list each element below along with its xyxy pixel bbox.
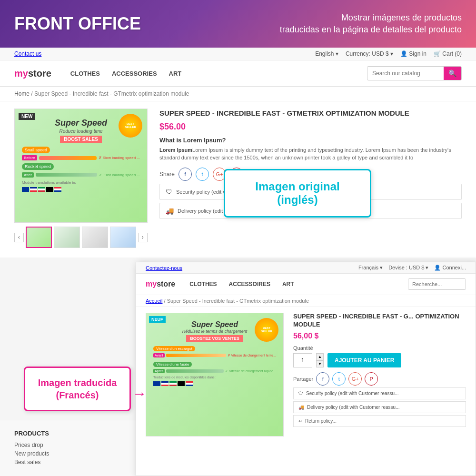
french-search-box bbox=[408, 278, 466, 290]
french-delivery-policy: 🚚 Delivery policy (edit with Customer re… bbox=[293, 401, 466, 413]
best-seller-ribbon: BESTSELLER bbox=[119, 114, 142, 138]
best-sales-link[interactable]: Best sales bbox=[14, 459, 40, 466]
french-product-details: SUPER SPEED - INCREDIBLE FAST - G... OPT… bbox=[293, 313, 466, 436]
thumb-2[interactable] bbox=[54, 227, 80, 248]
twitter-share[interactable]: t bbox=[196, 168, 209, 181]
french-contact[interactable]: Contactez-nous bbox=[146, 265, 182, 271]
french-nav-links: CLOTHES ACCESSOIRES ART bbox=[189, 281, 294, 288]
list-item: Prices drop bbox=[14, 441, 121, 449]
cart-link[interactable]: 🛒 Cart (0) bbox=[434, 50, 462, 57]
qty-input[interactable] bbox=[293, 353, 312, 367]
french-shield-icon: 🛡 bbox=[298, 391, 303, 396]
callout-original: Imagen original (inglés) bbox=[224, 169, 371, 218]
quantite-row: ▲ ▼ AJOUTER AU PANIER bbox=[293, 353, 466, 367]
search-input[interactable] bbox=[367, 67, 444, 79]
breadcrumb-home[interactable]: Home bbox=[14, 90, 30, 97]
main-product-image: NEW BESTSELLER Super Speed Reduce loadin… bbox=[14, 109, 148, 223]
arrow-right-icon: → bbox=[132, 386, 147, 402]
neuf-badge: NEUF bbox=[149, 316, 166, 323]
nav-art[interactable]: ART bbox=[169, 70, 182, 77]
nav-links: CLOTHES ACCESSORIES ART bbox=[70, 70, 181, 77]
thumb-3[interactable] bbox=[82, 227, 108, 248]
french-search-input[interactable] bbox=[408, 279, 466, 289]
french-return-policy: ↩ Return policy... bbox=[293, 415, 466, 427]
store-logo: mystore bbox=[14, 68, 51, 79]
thumb-1[interactable] bbox=[26, 227, 52, 248]
breadcrumb-product: Super Speed - Incredible fast - GTmetrix… bbox=[34, 90, 189, 97]
thumb-next[interactable]: › bbox=[138, 233, 148, 242]
lorem-text: Lorem IpsumLorem Ipsum is simply dummy t… bbox=[159, 146, 462, 162]
french-share-label: Partager bbox=[293, 376, 313, 382]
french-nav-accessories[interactable]: ACCESSOIRES bbox=[229, 281, 270, 288]
french-top-bar: Contactez-nous Français ▾ Devise : USD $… bbox=[136, 262, 476, 274]
add-to-cart-button[interactable]: AJOUTER AU PANIER bbox=[327, 353, 401, 367]
french-return-icon: ↩ bbox=[298, 418, 302, 424]
prices-drop-link[interactable]: Prices drop bbox=[14, 442, 43, 448]
products-footer-title: PRODUCTS bbox=[14, 430, 121, 437]
what-is-heading: What is Lorem Ipsum? bbox=[159, 137, 462, 144]
nav-bar: mystore CLOTHES ACCESSORIES ART 🔍 bbox=[0, 60, 476, 86]
flag-row bbox=[22, 187, 140, 192]
french-currency: Devise : USD $ ▾ bbox=[388, 265, 428, 271]
french-fb-share[interactable]: f bbox=[316, 372, 329, 386]
french-breadcrumb-product: Super Speed - Incredible fast - GTmetrix… bbox=[167, 298, 309, 304]
top-bar: Contact us English ▾ Currency: USD $ ▾ 👤… bbox=[0, 48, 476, 60]
french-breadcrumb-home[interactable]: Accueil bbox=[146, 298, 162, 304]
new-badge: NEW bbox=[19, 113, 35, 120]
top-bar-right: English ▾ Currency: USD $ ▾ 👤 Sign in 🛒 … bbox=[315, 50, 462, 57]
french-flag-row bbox=[153, 381, 276, 386]
truck-icon: 🚚 bbox=[166, 207, 174, 215]
qty-down[interactable]: ▼ bbox=[316, 360, 324, 367]
qty-arrows: ▲ ▼ bbox=[316, 353, 324, 367]
nav-clothes[interactable]: CLOTHES bbox=[70, 70, 100, 77]
banner: FRONT OFFICE Mostrar imágenes de product… bbox=[0, 0, 476, 48]
english-store: Contact us English ▾ Currency: USD $ ▾ 👤… bbox=[0, 48, 476, 87]
search-button[interactable]: 🔍 bbox=[444, 67, 461, 80]
signin-link[interactable]: 👤 Sign in bbox=[400, 50, 426, 57]
french-connexion[interactable]: 👤 Connexi... bbox=[434, 265, 466, 271]
shield-icon: 🛡 bbox=[166, 188, 172, 196]
callout-translated: Imagen traducida (Francés) bbox=[24, 367, 131, 411]
french-nav-art[interactable]: ART bbox=[282, 281, 294, 288]
french-pi-share[interactable]: P bbox=[365, 372, 378, 386]
french-breadcrumb: Accueil / Super Speed - Incredible fast … bbox=[136, 295, 476, 307]
french-truck-icon: 🚚 bbox=[298, 405, 304, 410]
nav-accessories[interactable]: ACCESSORIES bbox=[112, 70, 157, 77]
french-store-logo: mystore bbox=[146, 280, 175, 288]
thumb-prev[interactable]: ‹ bbox=[14, 233, 24, 242]
product-price: $56.00 bbox=[159, 122, 462, 132]
product-title: SUPER SPEED - INCREDIBLE FAST - GTMETRIX… bbox=[159, 109, 462, 118]
facebook-share[interactable]: f bbox=[178, 168, 192, 181]
list-item: Best sales bbox=[14, 458, 121, 466]
french-nav-clothes[interactable]: CLOTHES bbox=[189, 281, 217, 288]
breadcrumb: Home / Super Speed - Incredible fast - G… bbox=[0, 87, 476, 101]
french-store: Contactez-nous Français ▾ Devise : USD $… bbox=[136, 262, 476, 476]
products-footer: PRODUCTS Prices drop New products Best s… bbox=[0, 420, 136, 476]
thumbnail-row: ‹ › bbox=[14, 227, 148, 248]
new-products-link[interactable]: New products bbox=[14, 450, 49, 457]
quantite-label: Quantité bbox=[293, 345, 466, 351]
search-box: 🔍 bbox=[367, 66, 462, 80]
currency-display: Currency: USD $ ▾ bbox=[346, 50, 393, 57]
qty-up[interactable]: ▲ bbox=[316, 353, 324, 360]
french-security-policy: 🛡 Security policy (edit with Customer re… bbox=[293, 387, 466, 399]
french-nav-bar: mystore CLOTHES ACCESSOIRES ART bbox=[136, 274, 476, 295]
product-images: NEW BESTSELLER Super Speed Reduce loadin… bbox=[14, 109, 148, 248]
french-product-image: NEUF BESTSELLER Super Speed Réduisez le … bbox=[146, 313, 284, 436]
french-product-title: SUPER SPEED - INCREDIBLE FAST - G... OPT… bbox=[293, 313, 466, 329]
french-product-price: 56,00 $ bbox=[293, 332, 466, 340]
french-language[interactable]: Français ▾ bbox=[358, 265, 383, 271]
french-best-seller: BESTSELLER bbox=[255, 318, 278, 342]
list-item: New products bbox=[14, 449, 121, 458]
thumb-4[interactable] bbox=[110, 227, 136, 248]
footer-product-list: Prices drop New products Best sales bbox=[14, 441, 121, 466]
french-gp-share[interactable]: G+ bbox=[348, 372, 362, 386]
contact-link[interactable]: Contact us bbox=[14, 50, 41, 57]
share-label: Share bbox=[159, 171, 175, 178]
banner-subtitle: Mostrar imágenes de productos traducidas… bbox=[141, 12, 462, 36]
language-selector[interactable]: English ▾ bbox=[315, 50, 338, 57]
french-tw-share[interactable]: t bbox=[332, 372, 346, 386]
banner-title: FRONT OFFICE bbox=[14, 14, 141, 34]
french-share-row: Partager f t G+ P bbox=[293, 372, 466, 386]
french-product-section: NEUF BESTSELLER Super Speed Réduisez le … bbox=[136, 307, 476, 442]
